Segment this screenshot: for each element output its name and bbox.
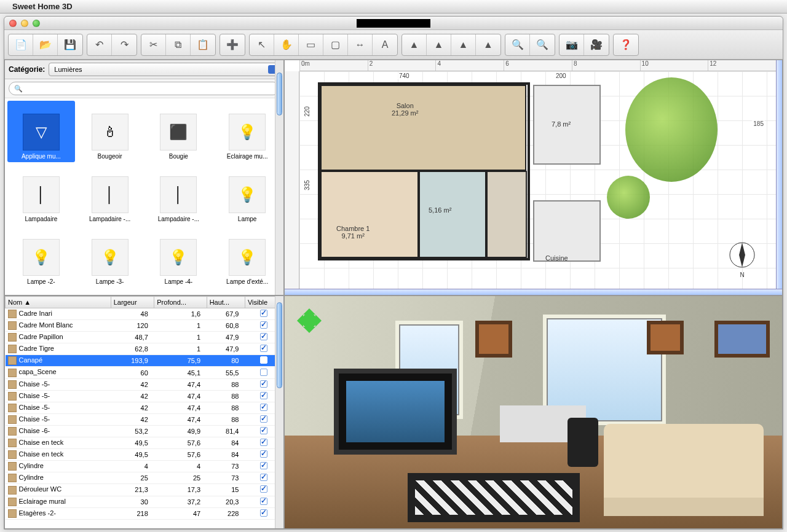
table-row[interactable]: Cadre Tigre62,8147,9 — [6, 343, 283, 355]
save-button[interactable]: 💾 — [58, 34, 82, 55]
visible-checkbox[interactable] — [260, 333, 267, 340]
visible-checkbox[interactable] — [260, 509, 267, 517]
view-3d-pane[interactable] — [284, 295, 783, 529]
undo-button[interactable]: ↶ — [87, 34, 112, 55]
table-row[interactable]: Chaise -6-53,249,981,4 — [6, 425, 283, 437]
visible-checkbox[interactable] — [260, 450, 267, 458]
room-button[interactable]: ▢ — [323, 34, 348, 55]
close-button[interactable] — [9, 20, 17, 27]
video-button[interactable]: 🎥 — [584, 34, 609, 55]
tree-2[interactable] — [607, 176, 650, 219]
nav-left-icon[interactable] — [291, 315, 303, 327]
table-header[interactable]: Largeur — [111, 297, 154, 308]
catalog-search-input[interactable]: 🔍 — [9, 82, 280, 95]
table-row[interactable]: Etagères -2-21847228 — [6, 507, 283, 519]
table-row[interactable]: Chaise -5-4247,488 — [6, 413, 283, 425]
catalog-item[interactable]: 💡Eclairage mu... — [213, 101, 281, 162]
table-row[interactable]: Chaise en teck49,557,684 — [6, 437, 283, 449]
visible-checkbox[interactable] — [260, 462, 267, 469]
zoom-out-button[interactable]: 🔍 — [530, 34, 555, 55]
minimize-button[interactable] — [21, 20, 28, 27]
table-row[interactable]: Cadre Papillon48,7147,9 — [6, 332, 283, 343]
visible-checkbox[interactable] — [260, 498, 267, 505]
3d-aerial-button[interactable]: ▲ — [402, 34, 427, 55]
open-button[interactable]: 📂 — [33, 34, 58, 55]
nav-up-icon[interactable] — [303, 302, 315, 315]
3d-virtual-button[interactable]: ▲ — [427, 34, 451, 55]
table-row[interactable]: Cylindre4473 — [6, 461, 283, 472]
select-button[interactable]: ↖ — [250, 34, 274, 55]
catalog-item[interactable]: 🕯Bougeoir — [76, 101, 144, 162]
visible-checkbox[interactable] — [260, 415, 267, 423]
photo-button[interactable]: 📷 — [560, 34, 584, 55]
visible-checkbox[interactable] — [260, 345, 267, 352]
visible-checkbox[interactable] — [260, 485, 267, 493]
plan-canvas[interactable]: 740 200 185 220 335 Salon21,29 m² Chambr… — [299, 71, 776, 289]
copy-button[interactable]: ⧉ — [166, 34, 191, 55]
3d-modify-button[interactable]: ▲ — [476, 34, 500, 55]
catalog-scrollbar[interactable] — [275, 60, 283, 295]
catalog-item[interactable]: 💡Lampe — [213, 163, 281, 225]
plan-scrollbar-h[interactable] — [285, 289, 782, 295]
zoom-button[interactable] — [33, 20, 40, 27]
visible-checkbox[interactable] — [260, 439, 267, 446]
visible-checkbox[interactable] — [260, 356, 267, 364]
table-header[interactable]: Nom ▲ — [6, 297, 111, 308]
visible-checkbox[interactable] — [260, 392, 267, 399]
zoom-in-button[interactable]: 🔍 — [505, 34, 530, 55]
table-row[interactable]: Chaise -5-4247,488 — [6, 378, 283, 390]
app-menu-title[interactable]: Sweet Home 3D — [12, 2, 73, 11]
table-row[interactable]: capa_Scene6045,155,5 — [6, 367, 283, 378]
new-button[interactable]: 📄 — [9, 34, 33, 55]
text-button[interactable]: A — [373, 34, 397, 55]
nav-center-icon[interactable] — [302, 313, 317, 328]
room-bathroom[interactable] — [419, 171, 486, 258]
catalog-item[interactable]: 💡Lampe d'exté... — [213, 226, 281, 288]
table-row[interactable]: Cylindre252573 — [6, 472, 283, 484]
nav-down-icon[interactable] — [303, 327, 315, 339]
cut-button[interactable]: ✂ — [141, 34, 166, 55]
visible-checkbox[interactable] — [260, 427, 267, 434]
table-row[interactable]: Cadre Inari481,667,9 — [6, 308, 283, 320]
plan-scrollbar-v[interactable] — [776, 60, 782, 289]
plan-pane[interactable]: 0m24681012 740 200 185 220 335 Salon21,2… — [284, 60, 783, 295]
category-select[interactable]: Lumières — [49, 63, 280, 76]
pan-button[interactable]: ✋ — [274, 34, 299, 55]
paste-button[interactable]: 📋 — [191, 34, 215, 55]
table-row[interactable]: Canapé193,975,980 — [6, 355, 283, 367]
visible-checkbox[interactable] — [260, 380, 267, 388]
catalog-item[interactable]: │Lampadaire — [7, 163, 75, 225]
redo-button[interactable]: ↷ — [112, 34, 136, 55]
catalog-item[interactable]: 💡Lampe -2- — [7, 226, 75, 288]
furniture-scrollbar[interactable] — [275, 296, 283, 528]
dimension-button[interactable]: ↔ — [348, 34, 373, 55]
catalog-item[interactable]: 💡Lampe -4- — [145, 226, 213, 288]
visible-checkbox[interactable] — [260, 310, 267, 317]
catalog-item[interactable]: ⬛Bougie — [145, 101, 213, 162]
catalog-item[interactable]: 💡Lampe -3- — [76, 226, 144, 288]
table-row[interactable]: Chaise -5-4247,488 — [6, 390, 283, 402]
window-titlebar[interactable] — [4, 17, 783, 30]
table-row[interactable]: Cadre Mont Blanc120160,8 — [6, 320, 283, 332]
nav-3d-controls[interactable] — [291, 302, 328, 339]
room-wc[interactable] — [486, 171, 527, 258]
visible-checkbox[interactable] — [260, 321, 267, 329]
catalog-grid[interactable]: ▽Applique mu...🕯Bougeoir⬛Bougie💡Eclairag… — [5, 98, 283, 295]
catalog-item[interactable]: │Lampadaire -... — [145, 163, 213, 225]
room-chambre[interactable] — [320, 171, 419, 258]
tree-1[interactable] — [625, 77, 718, 182]
table-header[interactable]: Profond... — [154, 297, 207, 308]
table-row[interactable]: Eclairage mural3037,220,3 — [6, 496, 283, 507]
visible-checkbox[interactable] — [260, 404, 267, 411]
room-cuisine[interactable] — [533, 200, 601, 262]
help-button[interactable]: ❓ — [614, 34, 638, 55]
catalog-item[interactable]: ▽Applique mu... — [7, 101, 75, 162]
catalog-item[interactable]: │Lampadaire -... — [76, 163, 144, 225]
table-row[interactable]: Chaise -5-4247,488 — [6, 402, 283, 413]
room-salon[interactable] — [320, 85, 526, 171]
table-header[interactable]: Haut... — [207, 297, 245, 308]
table-row[interactable]: Dérouleur WC21,317,315 — [6, 484, 283, 496]
visible-checkbox[interactable] — [260, 369, 267, 376]
add-furniture-button[interactable]: ➕ — [220, 34, 245, 55]
table-row[interactable]: Chaise en teck49,557,684 — [6, 449, 283, 461]
